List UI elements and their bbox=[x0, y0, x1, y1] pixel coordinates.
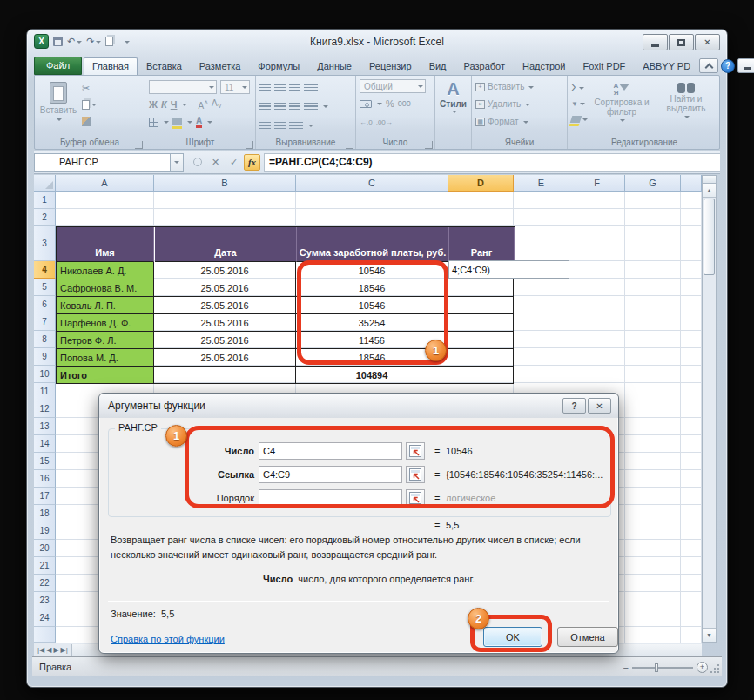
paste-button[interactable]: Вставить bbox=[38, 79, 78, 137]
column-header-D[interactable]: D bbox=[448, 175, 514, 192]
resize-grip[interactable] bbox=[710, 663, 720, 674]
row-header-18[interactable]: 18 bbox=[34, 505, 56, 522]
align-center-icon[interactable] bbox=[274, 103, 286, 111]
table-header-cell[interactable]: Дата bbox=[155, 227, 297, 262]
cell-name[interactable]: Петров Ф. Л. bbox=[57, 332, 154, 349]
styles-button[interactable]: Стили bbox=[440, 99, 467, 109]
autosum-button[interactable]: Σ bbox=[571, 81, 588, 95]
cell-rank[interactable] bbox=[448, 349, 514, 367]
align-top-icon[interactable] bbox=[259, 84, 271, 91]
delete-cells-button[interactable]: ×Удалить bbox=[475, 97, 563, 111]
row-header-stub[interactable] bbox=[34, 627, 56, 643]
grow-font-button[interactable]: А˄ bbox=[198, 98, 208, 111]
row-header-22[interactable]: 22 bbox=[34, 575, 56, 592]
currency-format-icon[interactable] bbox=[360, 100, 372, 108]
format-painter-button[interactable] bbox=[82, 114, 97, 128]
row-header-24[interactable]: 24 bbox=[34, 609, 56, 627]
tab-8[interactable]: Вид bbox=[421, 57, 455, 75]
align-right-icon[interactable] bbox=[289, 103, 300, 111]
row-header-12[interactable]: 12 bbox=[34, 400, 56, 418]
cell-rank[interactable] bbox=[448, 332, 514, 349]
function-help-link[interactable]: Справка по этой функции bbox=[111, 634, 225, 644]
cell-rank[interactable] bbox=[448, 297, 514, 314]
cell-date[interactable]: 25.05.2016 bbox=[154, 314, 296, 332]
cell-date[interactable]: 25.05.2016 bbox=[154, 332, 296, 349]
merge-center-icon[interactable] bbox=[304, 103, 318, 111]
align-bottom-icon[interactable] bbox=[289, 84, 300, 91]
row-header-19[interactable]: 19 bbox=[34, 522, 56, 540]
insert-cells-button[interactable]: +Вставить bbox=[475, 79, 563, 94]
formula-input[interactable]: =РАНГ.СР(C4;C4:C9) bbox=[264, 153, 720, 172]
row-header-15[interactable]: 15 bbox=[34, 453, 56, 470]
cell-b10[interactable] bbox=[154, 367, 296, 384]
tab-11[interactable]: Foxit PDF bbox=[574, 57, 634, 75]
fill-button[interactable]: ▼ bbox=[571, 97, 588, 111]
italic-button[interactable]: К bbox=[161, 99, 167, 110]
dialog-title-bar[interactable]: Аргументы функции ? ✕ bbox=[99, 394, 618, 418]
vertical-scrollbar[interactable]: ▲ ▼ bbox=[702, 175, 717, 643]
dialog-help-button[interactable]: ? bbox=[562, 398, 586, 414]
cell-name[interactable]: Сафронова В. М. bbox=[57, 279, 154, 297]
cell-d10[interactable] bbox=[448, 367, 514, 384]
next-sheet-button[interactable]: ▶ bbox=[53, 646, 58, 654]
wrap-text-icon[interactable] bbox=[289, 122, 303, 130]
number-format-select[interactable]: Общий bbox=[360, 79, 426, 93]
dialog-launcher-icon[interactable] bbox=[425, 141, 433, 149]
restore-button[interactable] bbox=[669, 34, 694, 50]
orientation-icon[interactable] bbox=[304, 84, 318, 91]
cut-button[interactable]: ✂ bbox=[82, 81, 97, 95]
row-header-13[interactable]: 13 bbox=[34, 418, 56, 435]
zoom-slider-knob[interactable] bbox=[655, 663, 658, 672]
formula-options-button[interactable] bbox=[189, 154, 205, 171]
shrink-font-button[interactable]: А˅ bbox=[212, 98, 222, 111]
row-header-17[interactable]: 17 bbox=[34, 488, 56, 505]
close-button[interactable]: ✕ bbox=[695, 34, 720, 50]
cell-name[interactable]: Попова М. Д. bbox=[57, 349, 154, 367]
row-header-4[interactable]: 4 bbox=[34, 261, 56, 279]
cell-date[interactable]: 25.05.2016 bbox=[154, 297, 296, 314]
row-header-7[interactable]: 7 bbox=[34, 313, 56, 331]
cell-rank[interactable] bbox=[448, 279, 514, 297]
zoom-out-button[interactable]: − bbox=[623, 663, 629, 673]
name-box-dropdown[interactable] bbox=[171, 153, 184, 172]
column-header-C[interactable]: C bbox=[296, 175, 448, 192]
table-header-cell[interactable]: Ранг bbox=[449, 227, 515, 262]
row-header-9[interactable]: 9 bbox=[34, 348, 56, 366]
copy-button[interactable] bbox=[82, 98, 97, 111]
row-header-21[interactable]: 21 bbox=[34, 557, 56, 575]
row-header-11[interactable]: 11 bbox=[34, 383, 56, 400]
tab-2[interactable]: Главная bbox=[84, 57, 138, 75]
row-header-3[interactable]: 3 bbox=[34, 226, 56, 261]
editing-cell-d4[interactable]: 4;C4:C9) bbox=[448, 260, 569, 279]
column-header-F[interactable]: F bbox=[569, 175, 625, 192]
dialog-launcher-icon[interactable] bbox=[135, 141, 143, 149]
font-size-select[interactable]: 11 bbox=[220, 80, 250, 94]
row-header-5[interactable]: 5 bbox=[34, 279, 56, 296]
tab-5[interactable]: Формулы bbox=[249, 57, 308, 75]
tab-4[interactable]: Разметка bbox=[191, 57, 250, 75]
column-header-B[interactable]: B bbox=[154, 175, 296, 192]
underline-button[interactable]: Ч bbox=[171, 99, 178, 110]
bold-button[interactable]: Ж bbox=[149, 99, 158, 110]
decrease-indent-icon[interactable] bbox=[259, 122, 271, 130]
find-select-button[interactable]: Найти и выделить bbox=[656, 79, 717, 137]
column-header-G[interactable]: G bbox=[625, 175, 681, 192]
row-header-8[interactable]: 8 bbox=[34, 331, 56, 348]
cell-total-label[interactable]: Итого bbox=[57, 367, 154, 384]
tab-1[interactable]: Файл bbox=[34, 57, 82, 75]
insert-function-button[interactable]: fx bbox=[244, 154, 260, 171]
row-header-6[interactable]: 6 bbox=[34, 296, 56, 313]
tab-3[interactable]: Вставка bbox=[138, 57, 191, 75]
format-cells-button[interactable]: ▦Формат bbox=[475, 114, 563, 129]
row-header-10[interactable]: 10 bbox=[34, 366, 56, 383]
borders-icon[interactable] bbox=[149, 118, 158, 127]
row-header-1[interactable]: 1 bbox=[34, 192, 56, 209]
zoom-slider[interactable] bbox=[632, 667, 693, 669]
workbook-minimize-button[interactable] bbox=[737, 58, 754, 73]
zoom-in-button[interactable]: + bbox=[697, 662, 708, 673]
cell-date[interactable]: 25.05.2016 bbox=[154, 279, 296, 297]
vertical-scroll-thumb[interactable] bbox=[704, 199, 715, 275]
font-name-select[interactable] bbox=[149, 80, 217, 94]
increase-indent-icon[interactable] bbox=[274, 122, 286, 130]
scroll-down-arrow[interactable]: ▼ bbox=[703, 628, 716, 642]
